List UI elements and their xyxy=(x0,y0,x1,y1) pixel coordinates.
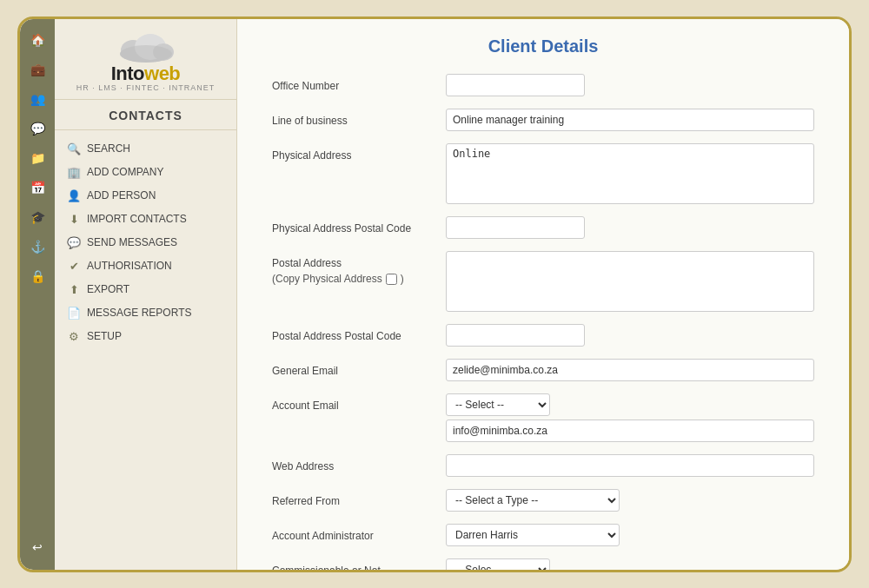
line-of-business-wrap xyxy=(446,109,814,131)
physical-address-wrap: Online xyxy=(446,143,814,204)
physical-address-row: Physical Address Online xyxy=(272,143,814,204)
sidebar-item-authorisation-label: AUTHORISATION xyxy=(87,260,172,272)
web-address-wrap xyxy=(446,454,814,477)
sidebar: Intoweb HR · LMS · FINTEC · INTRANET CON… xyxy=(55,19,237,570)
physical-postal-code-row: Physical Address Postal Code xyxy=(272,216,814,239)
chat-icon[interactable]: 💬 xyxy=(25,116,50,141)
postal-address-code-wrap xyxy=(446,324,814,347)
referred-from-select[interactable]: -- Select a Type -- xyxy=(446,489,620,512)
postal-address-label-wrap: Postal Address (Copy Physical Address ) xyxy=(272,251,446,287)
sidebar-item-authorisation[interactable]: ✔ AUTHORISATION xyxy=(55,254,236,278)
account-admin-label: Account Administrator xyxy=(272,524,446,544)
account-email-row: Account Email -- Select -- xyxy=(272,393,814,442)
folder-icon[interactable]: 📁 xyxy=(25,146,50,170)
physical-postal-code-wrap xyxy=(446,216,814,239)
general-email-input[interactable] xyxy=(446,359,814,381)
home-icon[interactable]: 🏠 xyxy=(25,28,50,52)
company-icon: 🏢 xyxy=(67,166,81,179)
checkmark-icon: ✔ xyxy=(67,260,81,273)
logo-area: Intoweb HR · LMS · FINTEC · INTRANET xyxy=(55,19,236,100)
sidebar-item-search-label: SEARCH xyxy=(87,142,130,155)
icon-bar: 🏠 💼 👥 💬 📁 📅 🎓 ⚓ 🔒 ↩ xyxy=(20,19,55,570)
postal-address-label: Postal Address xyxy=(272,256,446,271)
sidebar-item-setup[interactable]: ⚙ SETUP xyxy=(55,325,236,348)
general-email-row: General Email xyxy=(272,359,814,381)
account-admin-row: Account Administrator Darren Harris xyxy=(272,524,814,546)
sidebar-item-setup-label: SETUP xyxy=(87,330,122,342)
general-email-wrap xyxy=(446,359,814,381)
gear-icon: ⚙ xyxy=(67,330,81,343)
page-title: Client Details xyxy=(272,36,814,56)
physical-postal-code-label: Physical Address Postal Code xyxy=(272,216,446,236)
briefcase-icon[interactable]: 💼 xyxy=(25,57,50,82)
copy-physical-checkbox-row: (Copy Physical Address ) xyxy=(272,272,446,287)
sidebar-item-search[interactable]: 🔍 SEARCH xyxy=(55,137,236,161)
commissionable-row: Commissionable or Not -- Selec xyxy=(272,558,814,570)
sidebar-item-import-contacts-label: IMPORT CONTACTS xyxy=(87,213,187,225)
account-admin-select[interactable]: Darren Harris xyxy=(446,524,620,546)
copy-physical-label: (Copy Physical Address xyxy=(272,272,382,287)
office-number-row: Office Number xyxy=(272,74,814,96)
sidebar-item-send-messages[interactable]: 💬 SEND MESSAGES xyxy=(55,231,236,254)
sidebar-item-message-reports[interactable]: 📄 MESSAGE REPORTS xyxy=(55,301,236,325)
web-address-label: Web Address xyxy=(272,454,446,474)
office-number-label: Office Number xyxy=(272,74,446,94)
sidebar-item-import-contacts[interactable]: ⬇ IMPORT CONTACTS xyxy=(55,208,236,231)
copy-physical-checkbox[interactable] xyxy=(386,274,397,285)
account-email-label: Account Email xyxy=(272,393,446,413)
commissionable-select[interactable]: -- Selec xyxy=(446,558,550,570)
main-content: Client Details Office Number Line of bus… xyxy=(237,19,849,570)
general-email-label: General Email xyxy=(272,359,446,379)
account-email-wrap: -- Select -- xyxy=(446,393,814,442)
account-admin-wrap: Darren Harris xyxy=(446,524,814,546)
line-of-business-input[interactable] xyxy=(446,109,814,131)
postal-address-row: Postal Address (Copy Physical Address ) xyxy=(272,251,814,312)
sidebar-item-add-person[interactable]: 👤 ADD PERSON xyxy=(55,184,236,208)
anchor-icon[interactable]: ⚓ xyxy=(25,235,50,259)
web-address-row: Web Address xyxy=(272,454,814,477)
postal-address-code-row: Postal Address Postal Code xyxy=(272,324,814,347)
logo-tagline: HR · LMS · FINTEC · INTRANET xyxy=(76,83,216,92)
referred-from-label: Referred From xyxy=(272,489,446,509)
lock-icon[interactable]: 🔒 xyxy=(25,264,50,288)
commissionable-label: Commissionable or Not xyxy=(272,558,446,570)
postal-address-wrap xyxy=(446,251,814,312)
person-icon: 👤 xyxy=(67,189,81,202)
sidebar-section-title: CONTACTS xyxy=(55,100,236,130)
exit-icon[interactable]: ↩ xyxy=(25,535,50,559)
sidebar-item-add-person-label: ADD PERSON xyxy=(87,189,156,202)
logo-name: Intoweb xyxy=(111,64,181,83)
postal-address-code-input[interactable] xyxy=(446,324,585,347)
svg-point-4 xyxy=(120,45,172,63)
export-icon: ⬆ xyxy=(67,283,81,296)
office-number-input[interactable] xyxy=(446,74,585,96)
web-address-input[interactable] xyxy=(446,454,814,477)
account-email-select[interactable]: -- Select -- xyxy=(446,393,550,416)
sidebar-item-add-company[interactable]: 🏢 ADD COMPANY xyxy=(55,161,236,184)
sidebar-item-export-label: EXPORT xyxy=(87,283,129,295)
logo-cloud-icon xyxy=(116,30,176,64)
messages-icon: 💬 xyxy=(67,236,81,249)
referred-from-row: Referred From -- Select a Type -- xyxy=(272,489,814,512)
postal-address-textarea[interactable] xyxy=(446,251,814,312)
calendar-icon[interactable]: 📅 xyxy=(25,175,50,200)
sidebar-item-message-reports-label: MESSAGE REPORTS xyxy=(87,307,191,319)
people-icon[interactable]: 👥 xyxy=(25,87,50,111)
physical-address-textarea[interactable]: Online xyxy=(446,143,814,204)
search-icon: 🔍 xyxy=(67,142,81,155)
postal-address-code-label: Postal Address Postal Code xyxy=(272,324,446,344)
office-number-wrap xyxy=(446,74,814,96)
line-of-business-row: Line of business xyxy=(272,109,814,131)
line-of-business-label: Line of business xyxy=(272,109,446,129)
import-icon: ⬇ xyxy=(67,213,81,226)
commissionable-wrap: -- Selec xyxy=(446,558,814,570)
sidebar-menu: 🔍 SEARCH 🏢 ADD COMPANY 👤 ADD PERSON ⬇ IM… xyxy=(55,130,236,355)
physical-postal-code-input[interactable] xyxy=(446,216,585,239)
account-email-input[interactable] xyxy=(446,420,814,442)
physical-address-label: Physical Address xyxy=(272,143,446,163)
sidebar-item-export[interactable]: ⬆ EXPORT xyxy=(55,278,236,301)
sidebar-item-send-messages-label: SEND MESSAGES xyxy=(87,236,177,248)
graduation-icon[interactable]: 🎓 xyxy=(25,205,50,229)
sidebar-item-add-company-label: ADD COMPANY xyxy=(87,166,163,178)
copy-physical-close-paren: ) xyxy=(401,272,404,287)
